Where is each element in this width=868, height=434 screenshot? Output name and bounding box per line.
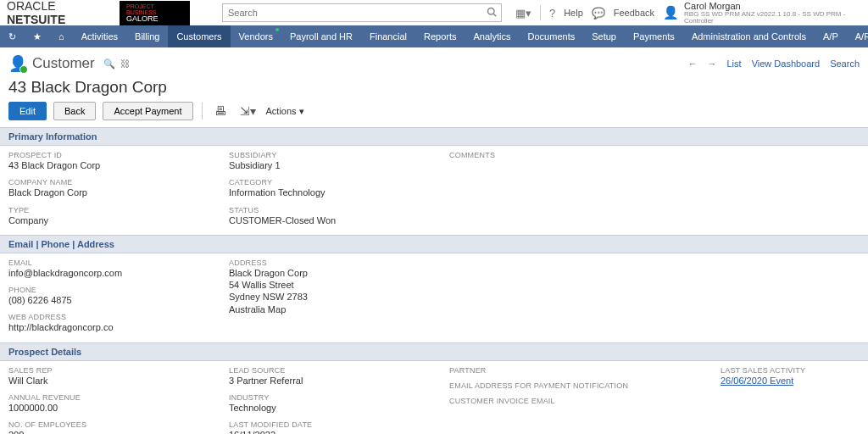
page-header: 👤 Customer 🔍 ⛓ ← → List View Dashboard S… — [0, 47, 868, 76]
category-label: CATEGORY — [229, 178, 432, 186]
category-value: Information Technology — [229, 186, 432, 198]
search-small-icon[interactable]: 🔍 — [103, 58, 115, 70]
nav-reports[interactable]: Reports — [415, 25, 465, 47]
invoice-email-label: CUSTOMER INVOICE EMAIL — [449, 397, 704, 405]
product-badge: PROJECT BUSINESS GALORE — [120, 1, 190, 25]
nav-ap[interactable]: A/P — [815, 25, 847, 47]
nav-analytics[interactable]: Analytics — [465, 25, 520, 47]
primary-fields: PROSPECT ID43 Black Dragon Corp COMPANY … — [0, 146, 868, 235]
address-label: ADDRESS — [229, 259, 432, 267]
prospect-id-value: 43 Black Dragon Corp — [8, 159, 212, 171]
status-label: STATUS — [229, 206, 432, 214]
email-label: EMAIL — [8, 259, 212, 267]
type-value: Company — [8, 214, 212, 226]
main-nav: ↻ ★ ⌂ Activities Billing Customers Vendo… — [0, 25, 868, 47]
nav-admin[interactable]: Administration and Controls — [683, 25, 815, 47]
lead-source-label: LEAD SOURCE — [229, 366, 432, 375]
star-icon[interactable]: ★ — [25, 25, 50, 47]
nav-payroll[interactable]: Payroll and HR — [281, 25, 361, 47]
page-title: 43 Black Dragon Corp — [0, 76, 868, 102]
lead-source-value: 3 Partner Referral — [229, 375, 432, 387]
feedback-link[interactable]: Feedback — [614, 8, 654, 18]
feedback-icon[interactable]: 💬 — [592, 7, 605, 19]
user-icon: 👤 — [663, 5, 679, 20]
accept-payment-button[interactable]: Accept Payment — [103, 102, 192, 120]
nav-customers[interactable]: Customers — [168, 25, 230, 47]
last-sales-label: LAST SALES ACTIVITY — [721, 366, 856, 375]
nav-payments[interactable]: Payments — [625, 25, 683, 47]
employees-label: NO. OF EMPLOYEES — [8, 420, 212, 429]
recent-icon[interactable]: ↻ — [0, 25, 25, 47]
nav-vendors[interactable]: Vendors — [231, 25, 281, 47]
nav-activities[interactable]: Activities — [73, 25, 126, 47]
action-toolbar: Edit Back Accept Payment 🖶 ⇲▾ Actions ▾ — [0, 102, 868, 127]
nav-billing[interactable]: Billing — [126, 25, 168, 47]
subsidiary-label: SUBSIDIARY — [229, 151, 432, 159]
industry-value: Technology — [229, 402, 432, 414]
phone-label: PHONE — [8, 286, 212, 294]
web-value: http://blackdragoncorp.co — [8, 321, 212, 333]
list-link[interactable]: List — [727, 58, 742, 69]
export-icon[interactable]: ⇲▾ — [236, 104, 259, 118]
user-block[interactable]: 👤 Carol Morgan RBG SS WD PRM ANZ v2022.1… — [663, 1, 861, 25]
type-label: TYPE — [8, 206, 212, 214]
prev-record-icon[interactable]: ← — [688, 58, 698, 69]
user-role: RBG SS WD PRM ANZ v2022.1 10.8 - SS WD P… — [684, 11, 861, 25]
section-primary: Primary Information — [0, 127, 868, 146]
search-link[interactable]: Search — [830, 58, 860, 69]
home-icon[interactable]: ⌂ — [50, 25, 73, 47]
help-link[interactable]: Help — [564, 8, 583, 18]
chain-icon[interactable]: ⛓ — [120, 58, 130, 70]
svg-line-1 — [493, 14, 496, 16]
edit-button[interactable]: Edit — [8, 102, 47, 120]
search-input[interactable] — [222, 3, 502, 22]
sales-rep-label: SALES REP — [8, 366, 212, 375]
modified-value: 16/11/2022 — [229, 429, 432, 434]
nav-setup[interactable]: Setup — [583, 25, 625, 47]
modified-label: LAST MODIFIED DATE — [229, 420, 432, 429]
phone-value: (08) 6226 4875 — [8, 294, 212, 306]
prospect-fields: SALES REPWill Clark ANNUAL REVENUE100000… — [0, 361, 868, 434]
customer-entity-icon: 👤 — [8, 54, 27, 73]
subsidiary-value: Subsidiary 1 — [229, 159, 432, 171]
entity-type-label: Customer — [32, 55, 95, 72]
web-label: WEB ADDRESS — [8, 313, 212, 321]
company-name-value: Black Dragon Corp — [8, 186, 212, 198]
revenue-label: ANNUAL REVENUE — [8, 393, 212, 402]
revenue-value: 1000000.00 — [8, 402, 212, 414]
nav-financial[interactable]: Financial — [361, 25, 415, 47]
top-bar: ORACLE NETSUITE PROJECT BUSINESS GALORE … — [0, 0, 868, 25]
last-sales-link[interactable]: 26/06/2020 Event — [721, 376, 793, 386]
comments-label: COMMENTS — [449, 151, 653, 159]
section-contact: Email | Phone | Address — [0, 235, 868, 253]
actions-menu[interactable]: Actions ▾ — [266, 106, 304, 117]
svg-point-0 — [487, 8, 494, 15]
search-icon[interactable] — [487, 7, 497, 17]
nav-ar[interactable]: A/R — [847, 25, 868, 47]
company-name-label: COMPANY NAME — [8, 178, 212, 186]
next-record-icon[interactable]: → — [708, 58, 717, 69]
partner-label: PARTNER — [449, 366, 704, 375]
section-prospect: Prospect Details — [0, 342, 868, 361]
global-search[interactable] — [222, 3, 502, 22]
status-value: CUSTOMER-Closed Won — [229, 214, 432, 226]
sales-rep-value: Will Clark — [8, 375, 212, 387]
apps-icon[interactable]: ▦▾ — [515, 7, 531, 19]
top-utility: ▦▾ ? Help 💬 Feedback 👤 Carol Morgan RBG … — [515, 1, 861, 25]
address-value: Black Dragon Corp 54 Wallis Street Sydne… — [229, 267, 432, 315]
contact-fields: EMAILinfo@blackdragoncorp.com PHONE(08) … — [0, 253, 868, 342]
industry-label: INDUSTRY — [229, 393, 432, 402]
brand-logo: ORACLE NETSUITE — [7, 0, 113, 26]
payment-email-label: EMAIL ADDRESS FOR PAYMENT NOTIFICATION — [449, 381, 704, 390]
back-button[interactable]: Back — [53, 102, 96, 120]
email-value: info@blackdragoncorp.com — [8, 267, 212, 279]
help-icon[interactable]: ? — [549, 7, 555, 19]
view-dashboard-link[interactable]: View Dashboard — [752, 58, 821, 69]
nav-documents[interactable]: Documents — [520, 25, 584, 47]
print-icon[interactable]: 🖶 — [211, 104, 230, 118]
employees-value: 200 — [8, 429, 212, 434]
prospect-id-label: PROSPECT ID — [8, 151, 212, 159]
